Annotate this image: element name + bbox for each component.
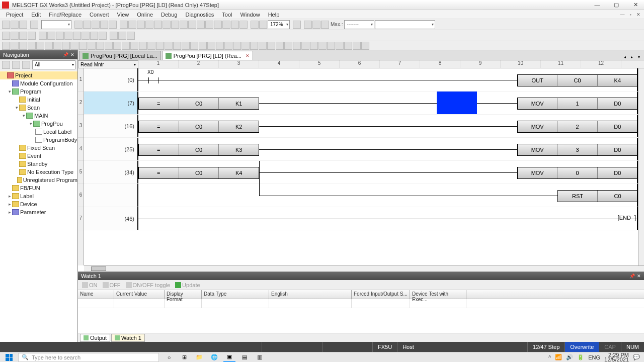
tray-clock[interactable]: 2:29 PM12/5/2021 <box>604 353 629 362</box>
t3-15[interactable] <box>122 42 130 50</box>
compare-eq-3[interactable]: = C0 K3 <box>138 144 259 156</box>
tray-sound-icon[interactable]: 🔊 <box>566 354 573 360</box>
tb-redo[interactable] <box>109 21 117 29</box>
instr-out[interactable]: OUT C0 K4 <box>517 74 638 86</box>
tree-unreg[interactable]: Unregistered Program <box>0 176 77 184</box>
tree-initial[interactable]: Initial <box>0 96 77 104</box>
t3-14[interactable] <box>113 42 121 50</box>
taskview-icon[interactable]: ⊞ <box>178 353 190 362</box>
ladder-mode-combo[interactable]: Read Mntr <box>78 60 138 68</box>
t2-12[interactable] <box>99 32 107 40</box>
watch-close[interactable]: ✕ <box>637 274 641 279</box>
tree-main[interactable]: ▾MAIN <box>0 112 77 120</box>
selected-cell[interactable] <box>437 92 477 114</box>
tb-open[interactable] <box>11 21 19 29</box>
t2-5[interactable] <box>39 32 47 40</box>
tb-b1[interactable] <box>120 21 128 29</box>
rung-4[interactable]: (25) = C0 K3 MOV 3 D0 <box>84 138 638 161</box>
chrome-icon[interactable]: 🌐 <box>208 353 220 362</box>
t3-8[interactable] <box>62 42 70 50</box>
t3-4[interactable] <box>28 42 36 50</box>
tb-b9[interactable] <box>188 21 196 29</box>
t3-33[interactable] <box>276 42 284 50</box>
cortana-icon[interactable]: ○ <box>163 353 175 362</box>
t2-3[interactable] <box>19 32 27 40</box>
rung-1[interactable]: (0) X0 OUT C0 K4 <box>84 68 638 92</box>
pin-icon[interactable]: 📌 <box>63 52 68 57</box>
tb-b4[interactable] <box>145 21 153 29</box>
nav-close[interactable]: ✕ <box>70 52 74 57</box>
tb-c4[interactable] <box>321 21 329 29</box>
start-button[interactable] <box>0 352 18 362</box>
tb-b5[interactable] <box>154 21 162 29</box>
t3-25[interactable] <box>207 42 215 50</box>
menu-diagnostics[interactable]: Diagnostics <box>181 12 218 18</box>
mdi-minimize[interactable]: — <box>619 11 626 18</box>
menu-debug[interactable]: Debug <box>157 12 181 18</box>
t2-7[interactable] <box>56 32 64 40</box>
menu-find-replace[interactable]: Find/Replace <box>45 12 86 18</box>
tree-event[interactable]: Event <box>0 152 77 160</box>
t3-43[interactable] <box>361 42 369 50</box>
instr-mov-1[interactable]: MOV 1 D0 <box>517 98 638 110</box>
nav-btn-2[interactable] <box>12 61 20 69</box>
tree-no-exec[interactable]: No Execution Type <box>0 168 77 176</box>
compare-eq-1[interactable]: = C0 K1 <box>138 98 259 110</box>
instr-mov-3[interactable]: MOV 3 D0 <box>517 144 638 156</box>
t3-23[interactable] <box>190 42 198 50</box>
t2-4[interactable] <box>28 32 36 40</box>
tree-device[interactable]: ▸Device <box>0 200 77 208</box>
minimize-button[interactable]: — <box>591 1 604 9</box>
t2-14[interactable] <box>118 32 126 40</box>
menu-view[interactable]: View <box>113 12 133 18</box>
tb-b2[interactable] <box>128 21 136 29</box>
menu-tool[interactable]: Tool <box>218 12 236 18</box>
t2-1[interactable] <box>2 32 10 40</box>
tb-zoom-in[interactable] <box>251 21 259 29</box>
watch-pin-icon[interactable]: 📌 <box>629 274 635 279</box>
tb-undo[interactable] <box>100 21 108 29</box>
tree-progpou[interactable]: ▾ProgPou <box>0 120 77 128</box>
t3-2[interactable] <box>11 42 19 50</box>
t3-26[interactable] <box>216 42 224 50</box>
rung-5[interactable]: (34) = C0 K4 MOV 0 D0 <box>84 161 638 184</box>
tree-project[interactable]: Project <box>0 71 77 79</box>
tb-print[interactable] <box>30 21 38 29</box>
rung-3[interactable]: (16) = C0 K2 MOV 2 D0 <box>84 115 638 138</box>
tb-zoom-out[interactable] <box>259 21 267 29</box>
tb-b3[interactable] <box>137 21 145 29</box>
tree-program-body[interactable]: ProgramBody <box>0 136 77 144</box>
t3-13[interactable] <box>105 42 113 50</box>
watch-grid[interactable]: Name Current Value Display Format Data T… <box>78 290 644 333</box>
tb-max[interactable]: ------- <box>344 20 374 29</box>
t3-41[interactable] <box>344 42 352 50</box>
menu-help[interactable]: Help <box>264 12 284 18</box>
tb-b14[interactable] <box>231 21 239 29</box>
t2-11[interactable] <box>90 32 98 40</box>
ladder-editor[interactable]: Read Mntr 1 2 3 4 5 6 7 8 9 10 11 12 1 2… <box>78 60 644 272</box>
t2-9[interactable] <box>73 32 81 40</box>
t3-12[interactable] <box>96 42 104 50</box>
instr-rst[interactable]: RST C0 <box>557 190 638 202</box>
tray-network-icon[interactable]: 📶 <box>555 354 562 360</box>
tb-b7[interactable] <box>171 21 179 29</box>
tree-label[interactable]: ▸Label <box>0 192 77 200</box>
tabs-prev[interactable]: ◂ <box>622 54 628 60</box>
nav-btn-3[interactable] <box>22 61 30 69</box>
t2-13[interactable] <box>110 32 118 40</box>
tabs-next[interactable]: ▸ <box>629 54 635 60</box>
mdi-close[interactable]: ✕ <box>635 11 642 18</box>
watch-off-button[interactable]: OFF <box>101 281 123 289</box>
t3-39[interactable] <box>327 42 335 50</box>
t3-7[interactable] <box>53 42 61 50</box>
app-icon-2[interactable]: ▥ <box>254 353 266 362</box>
tb-b15[interactable] <box>239 21 248 29</box>
tb-zoom[interactable]: 172% <box>268 20 290 29</box>
instr-mov-2[interactable]: MOV 2 D0 <box>517 121 638 133</box>
t2-2[interactable] <box>11 32 19 40</box>
tray-lang[interactable]: ENG <box>588 354 600 360</box>
menu-online[interactable]: Online <box>133 12 157 18</box>
tray-battery-icon[interactable]: 🔋 <box>577 354 584 360</box>
tree-parameter[interactable]: ▸Parameter <box>0 208 77 216</box>
tb-b6[interactable] <box>163 21 171 29</box>
